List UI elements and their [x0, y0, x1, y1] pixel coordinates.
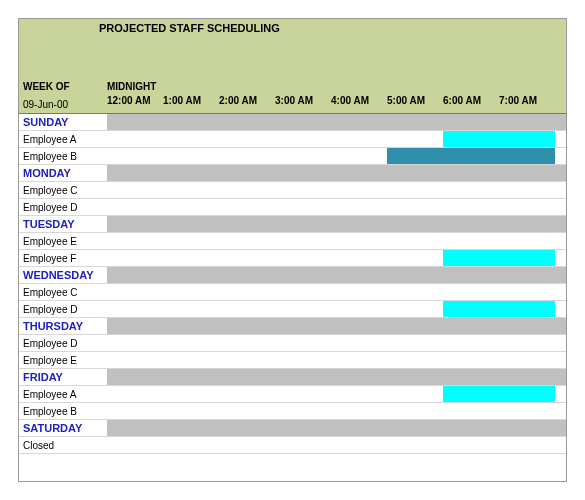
schedule-cell[interactable]	[275, 182, 331, 198]
schedule-cell[interactable]	[443, 403, 499, 419]
schedule-cell[interactable]	[219, 352, 275, 368]
schedule-cell[interactable]	[107, 437, 163, 453]
schedule-cell[interactable]	[443, 182, 499, 198]
schedule-cell[interactable]	[443, 148, 499, 164]
schedule-cell[interactable]	[331, 250, 387, 266]
schedule-cell[interactable]	[443, 233, 499, 249]
schedule-cell[interactable]	[107, 386, 163, 402]
schedule-cell[interactable]	[387, 301, 443, 317]
schedule-cell[interactable]	[499, 301, 555, 317]
schedule-cell[interactable]	[219, 250, 275, 266]
schedule-cell[interactable]	[331, 403, 387, 419]
schedule-cell[interactable]	[107, 335, 163, 351]
schedule-cell[interactable]	[387, 403, 443, 419]
schedule-cell[interactable]	[219, 131, 275, 147]
schedule-cell[interactable]	[163, 131, 219, 147]
schedule-cell[interactable]	[387, 437, 443, 453]
schedule-cell[interactable]	[499, 403, 555, 419]
schedule-cell[interactable]	[275, 386, 331, 402]
schedule-cell[interactable]	[275, 199, 331, 215]
schedule-cell[interactable]	[107, 182, 163, 198]
schedule-cell[interactable]	[499, 284, 555, 300]
schedule-cell[interactable]	[219, 301, 275, 317]
schedule-cell[interactable]	[275, 352, 331, 368]
schedule-cell[interactable]	[107, 403, 163, 419]
schedule-cell[interactable]	[443, 352, 499, 368]
schedule-cell[interactable]	[163, 250, 219, 266]
schedule-cell[interactable]	[219, 233, 275, 249]
schedule-cell[interactable]	[387, 386, 443, 402]
schedule-cell[interactable]	[219, 148, 275, 164]
schedule-cell[interactable]	[275, 131, 331, 147]
schedule-cell[interactable]	[219, 182, 275, 198]
schedule-cell[interactable]	[443, 284, 499, 300]
schedule-cell[interactable]	[499, 199, 555, 215]
schedule-cell[interactable]	[275, 250, 331, 266]
schedule-cell[interactable]	[443, 250, 499, 266]
schedule-cell[interactable]	[331, 131, 387, 147]
schedule-cell[interactable]	[219, 284, 275, 300]
schedule-cell[interactable]	[275, 301, 331, 317]
schedule-cell[interactable]	[107, 352, 163, 368]
schedule-cell[interactable]	[387, 199, 443, 215]
schedule-cell[interactable]	[163, 352, 219, 368]
schedule-cell[interactable]	[499, 182, 555, 198]
schedule-cell[interactable]	[275, 148, 331, 164]
schedule-cell[interactable]	[275, 335, 331, 351]
schedule-cell[interactable]	[163, 233, 219, 249]
schedule-cell[interactable]	[387, 250, 443, 266]
schedule-cell[interactable]	[443, 386, 499, 402]
schedule-cell[interactable]	[163, 148, 219, 164]
schedule-cell[interactable]	[331, 199, 387, 215]
schedule-cell[interactable]	[387, 148, 443, 164]
schedule-cell[interactable]	[499, 131, 555, 147]
schedule-cell[interactable]	[107, 199, 163, 215]
schedule-cell[interactable]	[107, 148, 163, 164]
schedule-cell[interactable]	[331, 352, 387, 368]
schedule-cell[interactable]	[331, 284, 387, 300]
schedule-cell[interactable]	[387, 284, 443, 300]
schedule-cell[interactable]	[499, 148, 555, 164]
schedule-cell[interactable]	[387, 182, 443, 198]
schedule-cell[interactable]	[219, 403, 275, 419]
schedule-cell[interactable]	[331, 301, 387, 317]
schedule-cell[interactable]	[219, 199, 275, 215]
schedule-cell[interactable]	[219, 437, 275, 453]
schedule-cell[interactable]	[163, 199, 219, 215]
schedule-cell[interactable]	[443, 199, 499, 215]
schedule-cell[interactable]	[331, 148, 387, 164]
schedule-cell[interactable]	[275, 403, 331, 419]
schedule-cell[interactable]	[443, 131, 499, 147]
schedule-cell[interactable]	[163, 403, 219, 419]
schedule-cell[interactable]	[387, 335, 443, 351]
schedule-cell[interactable]	[387, 233, 443, 249]
schedule-cell[interactable]	[219, 386, 275, 402]
schedule-cell[interactable]	[219, 335, 275, 351]
schedule-cell[interactable]	[331, 437, 387, 453]
schedule-cell[interactable]	[331, 182, 387, 198]
schedule-cell[interactable]	[107, 301, 163, 317]
schedule-cell[interactable]	[107, 233, 163, 249]
schedule-cell[interactable]	[163, 284, 219, 300]
schedule-cell[interactable]	[275, 437, 331, 453]
schedule-cell[interactable]	[275, 233, 331, 249]
schedule-cell[interactable]	[499, 352, 555, 368]
schedule-cell[interactable]	[499, 335, 555, 351]
schedule-cell[interactable]	[499, 437, 555, 453]
schedule-cell[interactable]	[107, 131, 163, 147]
schedule-cell[interactable]	[163, 182, 219, 198]
schedule-cell[interactable]	[275, 284, 331, 300]
schedule-cell[interactable]	[443, 301, 499, 317]
schedule-cell[interactable]	[443, 335, 499, 351]
schedule-cell[interactable]	[163, 437, 219, 453]
schedule-cell[interactable]	[163, 301, 219, 317]
schedule-cell[interactable]	[331, 335, 387, 351]
schedule-cell[interactable]	[107, 250, 163, 266]
schedule-cell[interactable]	[163, 386, 219, 402]
schedule-cell[interactable]	[107, 284, 163, 300]
schedule-cell[interactable]	[387, 131, 443, 147]
schedule-cell[interactable]	[331, 233, 387, 249]
schedule-cell[interactable]	[499, 386, 555, 402]
schedule-cell[interactable]	[331, 386, 387, 402]
schedule-cell[interactable]	[499, 250, 555, 266]
